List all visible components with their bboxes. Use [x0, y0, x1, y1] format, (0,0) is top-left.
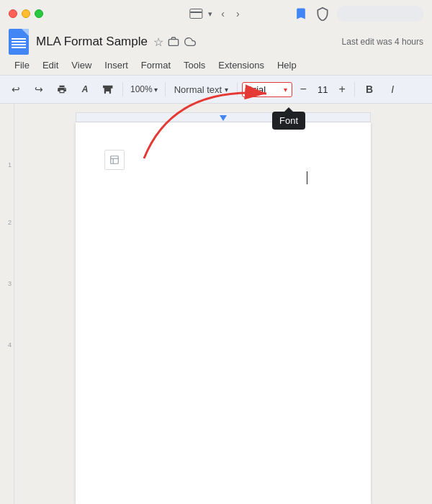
- title-bar: ▾ ‹ ›: [0, 0, 432, 27]
- zoom-chevron-icon: ▾: [154, 86, 158, 94]
- font-size-input[interactable]: [312, 84, 333, 95]
- increase-font-size-button[interactable]: +: [334, 81, 350, 97]
- doc-title-area: MLA Format Sample ☆: [36, 35, 197, 49]
- doc-title-row: MLA Format Sample ☆: [36, 35, 197, 49]
- bold-button[interactable]: B: [359, 79, 379, 99]
- font-size-controls: − +: [295, 81, 350, 97]
- ruler-mark-3: 3: [8, 280, 12, 287]
- menu-file[interactable]: File: [9, 58, 35, 73]
- window-layout-icon[interactable]: [189, 9, 202, 19]
- star-icon[interactable]: ☆: [153, 35, 163, 49]
- redo-button[interactable]: ↪: [29, 79, 49, 99]
- font-value: Arial: [247, 84, 281, 95]
- doc-area: 1 2 3 4: [0, 104, 432, 504]
- print-button[interactable]: [52, 79, 72, 99]
- italic-button[interactable]: I: [382, 79, 402, 99]
- title-bar-center: ▾ ‹ ›: [189, 6, 242, 21]
- style-value: Normal text: [174, 84, 222, 95]
- bookmark-icon: [294, 6, 308, 21]
- undo-button[interactable]: ↩: [6, 79, 26, 99]
- text-cursor: [307, 171, 307, 184]
- doc-icon: [9, 29, 29, 55]
- style-chevron-icon: ▾: [225, 86, 228, 94]
- chevron-down-icon: ▾: [208, 9, 212, 19]
- ruler-triangle: [220, 115, 227, 121]
- bold-label: B: [366, 84, 373, 95]
- toolbar: ↩ ↪ A 100% ▾ Normal text ▾ Arial ▾ − + B…: [0, 75, 432, 104]
- menu-insert[interactable]: Insert: [99, 58, 134, 73]
- menu-format[interactable]: Format: [135, 58, 176, 73]
- toolbar-divider-4: [354, 82, 355, 96]
- close-button[interactable]: [9, 9, 17, 18]
- spellcheck-button[interactable]: A: [75, 79, 95, 99]
- toolbar-divider-3: [237, 82, 238, 96]
- maximize-button[interactable]: [35, 9, 43, 18]
- italic-label: I: [391, 84, 394, 95]
- back-icon[interactable]: ‹: [218, 6, 228, 21]
- forward-icon[interactable]: ›: [233, 6, 243, 21]
- menu-view[interactable]: View: [66, 58, 97, 73]
- ruler-mark-4: 4: [8, 341, 12, 348]
- doc-title[interactable]: MLA Format Sample: [36, 35, 148, 49]
- font-chevron-icon: ▾: [284, 86, 287, 94]
- shield-icon: [315, 6, 330, 21]
- page-layout-icon: [104, 150, 125, 170]
- font-tooltip: Font: [272, 112, 305, 130]
- doc-scroll[interactable]: [14, 104, 432, 504]
- ruler-mark-1: 1: [8, 161, 12, 168]
- document-page[interactable]: [76, 122, 371, 504]
- tooltip-text: Font: [279, 115, 298, 126]
- ruler-top: [76, 112, 371, 122]
- title-icons: ☆: [153, 35, 197, 49]
- traffic-lights: [9, 9, 43, 18]
- menu-help[interactable]: Help: [271, 58, 302, 73]
- toolbar-divider-2: [165, 82, 166, 96]
- ruler-left: 1 2 3 4: [0, 104, 14, 504]
- menu-tools[interactable]: Tools: [178, 58, 211, 73]
- toolbar-divider-1: [122, 82, 123, 96]
- style-selector[interactable]: Normal text ▾: [170, 83, 233, 96]
- minimize-button[interactable]: [22, 9, 30, 18]
- svg-rect-2: [111, 156, 119, 164]
- zoom-value: 100%: [130, 84, 153, 94]
- menu-extensions[interactable]: Extensions: [212, 58, 270, 73]
- cloud-icon[interactable]: [184, 36, 197, 48]
- menu-bar: File Edit View Insert Format Tools Exten…: [0, 55, 432, 75]
- zoom-selector[interactable]: 100% ▾: [127, 83, 161, 96]
- last-edit-text: Last edit was 4 hours: [342, 37, 423, 47]
- font-selector[interactable]: Arial ▾: [242, 82, 292, 97]
- paint-format-button[interactable]: [98, 79, 118, 99]
- folder-icon[interactable]: [168, 36, 179, 48]
- ruler-mark-2: 2: [8, 219, 12, 226]
- decrease-font-size-button[interactable]: −: [295, 81, 311, 97]
- app-header: MLA Format Sample ☆ Last edit was 4 hour…: [0, 27, 432, 55]
- header-right-icons: [294, 6, 423, 22]
- menu-edit[interactable]: Edit: [37, 58, 64, 73]
- search-bar[interactable]: [337, 6, 423, 22]
- svg-rect-0: [168, 40, 178, 46]
